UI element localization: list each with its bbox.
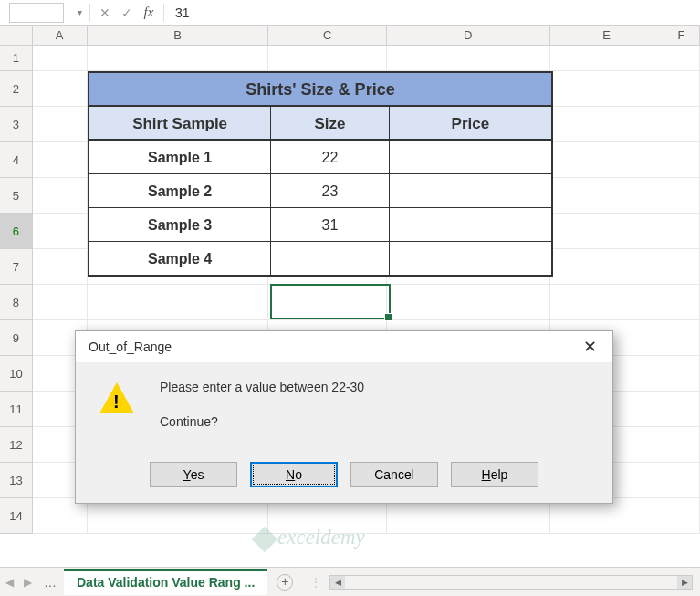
formula-bar: ▾ ✕ ✓ fx 31 bbox=[0, 0, 700, 26]
cancel-button[interactable]: Cancel bbox=[350, 462, 438, 487]
table-title: Shirts' Size & Price bbox=[89, 73, 551, 107]
row-header[interactable]: 3 bbox=[0, 107, 33, 142]
yes-button[interactable]: Yes bbox=[150, 462, 237, 487]
cell-price[interactable] bbox=[390, 242, 551, 275]
close-icon[interactable]: ✕ bbox=[576, 337, 603, 357]
no-button[interactable]: No bbox=[250, 462, 338, 487]
cell-sample[interactable]: Sample 3 bbox=[89, 208, 271, 241]
row-header[interactable]: 8 bbox=[0, 285, 33, 320]
data-table: Shirts' Size & Price Shirt Sample Size P… bbox=[88, 71, 553, 277]
row-header[interactable]: 9 bbox=[0, 320, 33, 356]
horizontal-scrollbar[interactable]: ◀ ▶ bbox=[329, 575, 693, 590]
sheet-tab-active[interactable]: Data Validation Value Rang ... bbox=[64, 569, 267, 595]
name-box[interactable] bbox=[9, 3, 64, 23]
row-header[interactable]: 4 bbox=[0, 142, 33, 178]
select-all-corner[interactable] bbox=[0, 26, 33, 45]
fx-icon[interactable]: fx bbox=[138, 5, 160, 20]
cell-size[interactable]: 22 bbox=[271, 141, 389, 173]
table-row: Sample 3 31 bbox=[89, 208, 551, 242]
cell-sample[interactable]: Sample 1 bbox=[89, 141, 271, 173]
table-row: Sample 2 23 bbox=[89, 174, 551, 208]
cell-size[interactable]: 23 bbox=[271, 174, 389, 207]
dialog-title: Out_of_Range bbox=[89, 340, 172, 354]
table-header-cell[interactable]: Size bbox=[271, 107, 389, 139]
cell-size[interactable]: 31 bbox=[271, 208, 389, 241]
row-header[interactable]: 14 bbox=[0, 498, 33, 534]
cell-sample[interactable]: Sample 2 bbox=[89, 174, 271, 207]
dialog-message: Please enter a value between 22-30 bbox=[160, 379, 364, 397]
add-sheet-icon[interactable]: + bbox=[277, 574, 293, 591]
tab-scroll-right-icon[interactable]: ▶ bbox=[18, 576, 37, 589]
warning-icon bbox=[99, 379, 140, 447]
col-header-a[interactable]: A bbox=[33, 26, 88, 45]
dialog-prompt: Continue? bbox=[160, 413, 364, 432]
row-header[interactable]: 11 bbox=[0, 392, 33, 427]
table-row: Sample 1 22 bbox=[89, 141, 551, 174]
col-header-f[interactable]: F bbox=[663, 26, 700, 45]
scroll-right-icon[interactable]: ▶ bbox=[677, 576, 692, 589]
table-row: Sample 4 bbox=[89, 242, 551, 276]
table-header-cell[interactable]: Shirt Sample bbox=[89, 107, 271, 139]
help-button[interactable]: Help bbox=[451, 462, 538, 487]
row-header[interactable]: 1 bbox=[0, 46, 33, 71]
cancel-icon[interactable]: ✕ bbox=[94, 5, 116, 20]
row-header[interactable]: 7 bbox=[0, 249, 33, 285]
table-header-cell[interactable]: Price bbox=[390, 107, 551, 139]
formula-input[interactable]: 31 bbox=[168, 5, 700, 20]
cell-price[interactable] bbox=[390, 208, 551, 241]
row-header[interactable]: 2 bbox=[0, 71, 33, 107]
col-header-b[interactable]: B bbox=[88, 26, 269, 45]
sheet-tabs-bar: ◀ ▶ … Data Validation Value Rang ... + ⋮… bbox=[0, 567, 700, 596]
row-header[interactable]: 6 bbox=[0, 214, 33, 249]
tab-scroll-left-icon[interactable]: ◀ bbox=[0, 576, 18, 589]
cell-sample[interactable]: Sample 4 bbox=[89, 242, 271, 275]
cell-price[interactable] bbox=[390, 174, 551, 207]
row-header[interactable]: 5 bbox=[0, 178, 33, 214]
enter-icon[interactable]: ✓ bbox=[116, 5, 138, 20]
cell-size[interactable] bbox=[271, 242, 389, 275]
col-header-d[interactable]: D bbox=[387, 26, 550, 45]
scroll-left-icon[interactable]: ◀ bbox=[330, 576, 345, 589]
validation-dialog: Out_of_Range ✕ Please enter a value betw… bbox=[75, 330, 613, 504]
tab-more[interactable]: … bbox=[37, 575, 64, 590]
cell-price[interactable] bbox=[390, 141, 551, 173]
table-header-row: Shirt Sample Size Price bbox=[89, 107, 551, 141]
column-headers: A B C D E F bbox=[0, 26, 700, 46]
row-header[interactable]: 12 bbox=[0, 427, 33, 463]
col-header-c[interactable]: C bbox=[268, 26, 386, 45]
name-box-expand-icon[interactable]: ▾ bbox=[73, 7, 86, 17]
col-header-e[interactable]: E bbox=[550, 26, 663, 45]
row-header[interactable]: 13 bbox=[0, 463, 33, 498]
row-header[interactable]: 10 bbox=[0, 356, 33, 392]
